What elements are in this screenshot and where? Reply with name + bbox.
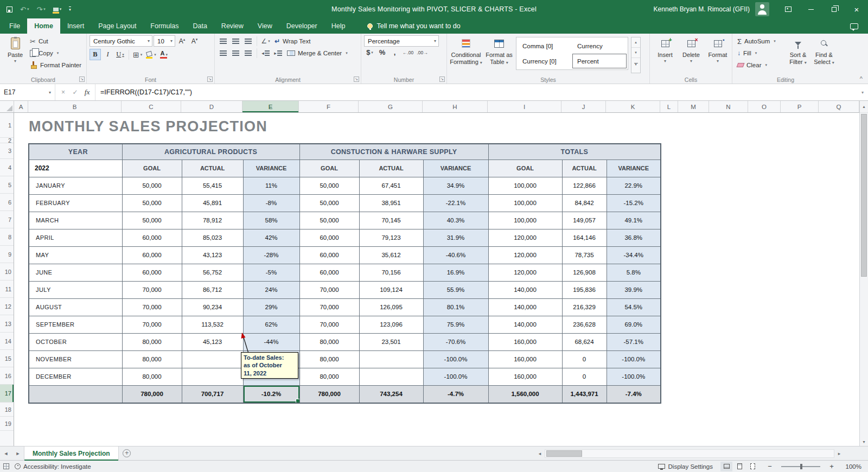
row-header-12[interactable]: 12 [0, 298, 14, 315]
tab-insert[interactable]: Insert [60, 18, 91, 34]
cell[interactable]: 69.0% [607, 316, 661, 333]
cell[interactable]: 22.9% [607, 177, 661, 194]
cell[interactable]: -40.6% [423, 246, 488, 264]
cell[interactable]: 80.1% [423, 298, 488, 316]
row-header-5[interactable]: 5 [0, 176, 14, 194]
cell[interactable]: 55,415 [182, 177, 243, 194]
cell[interactable]: 780,000 [122, 385, 182, 403]
column-header-E[interactable]: E [242, 101, 299, 112]
cell[interactable]: 75.9% [423, 316, 488, 333]
redo-button[interactable]: ↷▾ [36, 5, 45, 14]
horizontal-scroll-track[interactable] [545, 449, 834, 458]
select-all-button[interactable] [0, 101, 14, 112]
cell[interactable]: 11% [243, 177, 299, 194]
merge-center-button[interactable]: Merge & Center▾ [285, 47, 350, 59]
cell[interactable]: 100,000 [488, 177, 562, 194]
decrease-indent-button[interactable]: ◂ [260, 48, 271, 59]
cell[interactable]: 67,451 [359, 177, 423, 194]
zoom-percentage[interactable]: 100% [843, 463, 861, 470]
format-as-table-button[interactable]: Format as Table ▾ [484, 35, 514, 73]
insert-cells-button[interactable]: + Insert ▾ [653, 35, 678, 73]
cell[interactable]: 80,000 [122, 368, 182, 385]
cell[interactable]: 140,000 [488, 298, 562, 316]
cell[interactable]: 78,735 [562, 246, 607, 264]
sub-header[interactable]: GOAL [299, 160, 359, 177]
cell[interactable]: 45,123 [182, 333, 243, 350]
cell-month[interactable]: SEPTEMBER [29, 316, 122, 333]
cell[interactable]: -7.4% [607, 385, 661, 403]
sort-filter-button[interactable]: Sort & Filter ▾ [785, 35, 811, 73]
cell[interactable]: -44% [243, 333, 299, 350]
column-header-K[interactable]: K [606, 101, 660, 112]
cell-month[interactable]: JULY [29, 281, 122, 298]
column-header-I[interactable]: I [488, 101, 561, 112]
table-header-year[interactable]: YEAR [29, 144, 122, 160]
number-dialog-launcher[interactable]: ↘ [439, 76, 445, 82]
font-dialog-launcher[interactable]: ↘ [207, 76, 213, 82]
column-header-B[interactable]: B [28, 101, 122, 112]
scroll-left-arrow-icon[interactable]: ◂ [535, 451, 545, 456]
zoom-out-button[interactable]: − [766, 462, 774, 470]
row-header-16[interactable]: 16 [0, 367, 14, 385]
cell[interactable] [359, 368, 423, 385]
cell[interactable]: 126,095 [359, 298, 423, 316]
cell[interactable]: 100,000 [488, 212, 562, 229]
tab-view[interactable]: View [251, 18, 279, 34]
formula-bar-expand-button[interactable]: ▾ [857, 84, 868, 100]
sub-header[interactable]: GOAL [122, 160, 182, 177]
column-header-L[interactable]: L [660, 101, 678, 112]
tab-home[interactable]: Home [27, 18, 60, 34]
cell-month[interactable]: JANUARY [29, 177, 122, 194]
row-header-7[interactable]: 7 [0, 211, 14, 228]
cell[interactable]: 50,000 [299, 194, 359, 212]
page-layout-view-button[interactable] [733, 462, 745, 471]
cell[interactable]: 60,000 [122, 229, 182, 246]
tab-developer[interactable]: Developer [279, 18, 324, 34]
cell-month[interactable]: NOVEMBER [29, 350, 122, 368]
column-header-O[interactable]: O [748, 101, 781, 112]
format-cells-button[interactable]: ▪ Format ▾ [705, 35, 731, 73]
align-right-button[interactable] [242, 48, 254, 59]
cell[interactable]: 1,560,000 [488, 385, 562, 403]
cell[interactable]: 126,908 [562, 264, 607, 281]
cell[interactable]: 80,000 [299, 350, 359, 368]
cell[interactable]: 120,000 [488, 246, 562, 264]
conditional-formatting-button[interactable]: Conditional Formatting ▾ [450, 35, 482, 73]
gallery-down-button[interactable]: ▾ [631, 48, 640, 58]
fill-color-quick-button[interactable]: ▾ [53, 7, 62, 11]
column-header-C[interactable]: C [122, 101, 181, 112]
sheet-title-cell[interactable]: MONTHLY SALES PROJECTION [29, 118, 267, 135]
cell-year[interactable]: 2022 [29, 160, 122, 177]
tab-file[interactable]: File [2, 18, 27, 34]
row-header-11[interactable]: 11 [0, 280, 14, 298]
minimize-button[interactable] [800, 0, 822, 18]
cell[interactable] [182, 350, 243, 368]
cell[interactable]: 54.5% [607, 298, 661, 316]
column-header-M[interactable]: M [678, 101, 709, 112]
cell[interactable]: -4.7% [423, 385, 488, 403]
cell-month[interactable]: FEBRUARY [29, 194, 122, 212]
cell[interactable] [182, 368, 243, 385]
horizontal-scroll-thumb[interactable] [546, 450, 582, 457]
cell-month[interactable]: AUGUST [29, 298, 122, 316]
column-header-P[interactable]: P [781, 101, 819, 112]
cell[interactable]: 236,628 [562, 316, 607, 333]
cell-style-percent[interactable]: Percent [572, 54, 627, 68]
cell[interactable]: 34.9% [423, 177, 488, 194]
cell[interactable]: 122,866 [562, 177, 607, 194]
align-center-button[interactable] [230, 48, 241, 59]
increase-font-size-button[interactable]: A▴ [176, 35, 188, 47]
cell[interactable]: 140,000 [488, 281, 562, 298]
cell[interactable]: 80,000 [299, 333, 359, 350]
row-header-6[interactable]: 6 [0, 194, 14, 211]
font-color-button[interactable]: A▾ [158, 49, 170, 60]
table-group-header-2[interactable]: CONSTUCTION & HARWARE SUPPLY [299, 144, 488, 160]
zoom-in-button[interactable]: + [828, 462, 835, 470]
copy-button[interactable]: Copy▾ [28, 47, 84, 59]
cell[interactable]: 35,612 [359, 246, 423, 264]
clipboard-dialog-launcher[interactable]: ↘ [79, 76, 85, 82]
cell[interactable]: 700,717 [182, 385, 243, 403]
avatar[interactable] [755, 2, 769, 16]
enter-formula-button[interactable]: ✓ [70, 88, 80, 96]
tab-data[interactable]: Data [186, 18, 214, 34]
